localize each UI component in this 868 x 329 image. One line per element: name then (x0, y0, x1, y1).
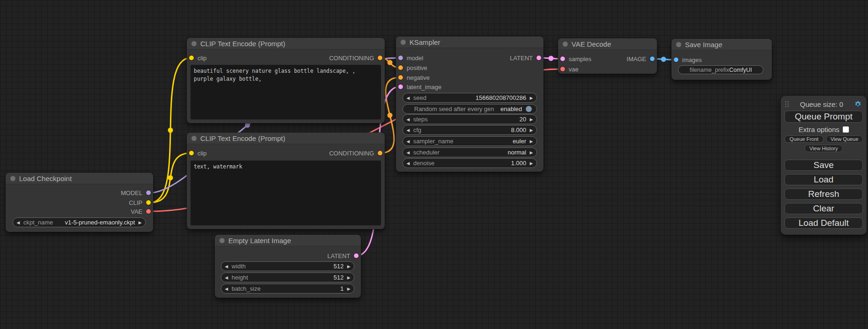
positive-input-dot[interactable] (398, 65, 403, 70)
output-slot-conditioning[interactable]: CONDITIONING (329, 149, 382, 157)
node-collapse-dot[interactable] (676, 42, 681, 47)
node-clip-text-encode-negative[interactable]: CLIP Text Encode (Prompt) clip CONDITION… (187, 133, 385, 229)
combo-left-arrow-icon[interactable]: ◀ (13, 220, 23, 225)
input-slot-model[interactable]: model (398, 54, 423, 62)
output-slot-vae[interactable]: VAE (131, 207, 151, 216)
queue-front-button[interactable]: Queue Front (784, 135, 824, 143)
latent-output-dot[interactable] (354, 253, 359, 258)
stepper-left-arrow-icon[interactable]: ◀ (403, 117, 413, 122)
filename-prefix-field[interactable]: filename_prefix ComfyUI (678, 65, 763, 74)
node-load-checkpoint[interactable]: Load Checkpoint MODEL CLIP VAE ◀ ckpt_na… (6, 173, 153, 232)
stepper-right-arrow-icon[interactable]: ▶ (344, 275, 354, 280)
output-slot-conditioning[interactable]: CONDITIONING (329, 54, 382, 62)
input-slot-negative[interactable]: negative (398, 73, 430, 82)
stepper-right-arrow-icon[interactable]: ▶ (526, 96, 536, 100)
node-title-bar[interactable]: CLIP Text Encode (Prompt) (187, 38, 385, 49)
load-button[interactable]: Load (784, 174, 863, 185)
denoise-stepper[interactable]: ◀ denoise 1.000 ▶ (402, 158, 537, 168)
node-collapse-dot[interactable] (219, 238, 225, 243)
settings-gear-icon[interactable] (854, 100, 862, 108)
batch-size-stepper[interactable]: ◀ batch_size 1 ▶ (221, 284, 354, 294)
node-empty-latent-image[interactable]: Empty Latent Image LATENT ◀ width 512 ▶ … (215, 235, 361, 298)
node-vae-decode[interactable]: VAE Decode samples vae IMAGE (558, 38, 657, 74)
width-stepper[interactable]: ◀ width 512 ▶ (221, 261, 354, 271)
node-collapse-dot[interactable] (10, 176, 15, 181)
sampler-name-combo[interactable]: ◀ sampler_name euler ▶ (402, 136, 537, 146)
images-input-dot[interactable] (674, 57, 678, 62)
stepper-left-arrow-icon[interactable]: ◀ (403, 128, 413, 133)
input-slot-latent-image[interactable]: latent_image (398, 83, 441, 91)
latent-output-dot[interactable] (536, 56, 541, 60)
stepper-right-arrow-icon[interactable]: ▶ (344, 287, 354, 291)
input-slot-clip[interactable]: clip (189, 54, 207, 62)
view-history-button[interactable]: View History (804, 145, 843, 152)
combo-left-arrow-icon[interactable]: ◀ (403, 150, 413, 155)
combo-right-arrow-icon[interactable]: ▶ (526, 150, 536, 155)
vae-output-dot[interactable] (146, 209, 151, 214)
positive-prompt-textarea[interactable]: beautiful scenery nature glass bottle la… (191, 65, 381, 119)
random-seed-toggle-row[interactable]: Random seed after every gen enabled (402, 104, 537, 114)
queue-prompt-button[interactable]: Queue Prompt (784, 111, 863, 123)
node-title-bar[interactable]: KSampler (396, 36, 543, 48)
clip-input-dot[interactable] (189, 56, 194, 60)
node-ksampler[interactable]: KSampler model positive negative latent_… (396, 36, 543, 172)
output-slot-latent[interactable]: LATENT (327, 252, 359, 260)
random-seed-toggle-knob[interactable] (526, 106, 532, 112)
negative-prompt-textarea[interactable]: text, watermark (191, 161, 381, 225)
stepper-right-arrow-icon[interactable]: ▶ (526, 161, 536, 166)
clear-button[interactable]: Clear (784, 203, 863, 214)
node-collapse-dot[interactable] (191, 41, 197, 46)
stepper-left-arrow-icon[interactable]: ◀ (403, 96, 413, 100)
input-slot-positive[interactable]: positive (398, 63, 427, 72)
latent-image-input-dot[interactable] (398, 84, 403, 89)
samples-input-dot[interactable] (560, 56, 565, 61)
stepper-right-arrow-icon[interactable]: ▶ (526, 117, 536, 122)
ckpt-name-combo[interactable]: ◀ ckpt_name v1-5-pruned-emaonly.ckpt ▶ (13, 217, 146, 227)
vae-input-dot[interactable] (560, 67, 565, 71)
node-title-bar[interactable]: VAE Decode (558, 38, 657, 50)
input-slot-images[interactable]: images (674, 56, 702, 64)
height-stepper[interactable]: ◀ height 512 ▶ (221, 273, 354, 282)
input-slot-vae[interactable]: vae (560, 65, 579, 73)
model-input-dot[interactable] (398, 56, 403, 60)
seed-stepper[interactable]: ◀ seed 156680208700286 ▶ (402, 93, 537, 103)
negative-input-dot[interactable] (398, 75, 403, 80)
save-button[interactable]: Save (784, 160, 863, 171)
model-output-dot[interactable] (146, 190, 151, 195)
stepper-left-arrow-icon[interactable]: ◀ (403, 161, 413, 166)
clip-input-dot[interactable] (189, 151, 194, 155)
stepper-left-arrow-icon[interactable]: ◀ (221, 275, 232, 280)
combo-right-arrow-icon[interactable]: ▶ (135, 220, 145, 225)
node-collapse-dot[interactable] (401, 40, 406, 45)
image-output-dot[interactable] (650, 56, 655, 61)
refresh-button[interactable]: Refresh (784, 189, 863, 200)
scheduler-combo[interactable]: ◀ scheduler normal ▶ (402, 147, 537, 157)
node-title-bar[interactable]: Empty Latent Image (215, 235, 361, 246)
node-title-bar[interactable]: Load Checkpoint (6, 173, 153, 184)
view-queue-button[interactable]: View Queue (826, 135, 863, 143)
extra-options-checkbox[interactable] (843, 126, 849, 133)
clip-output-dot[interactable] (146, 200, 151, 205)
output-slot-model[interactable]: MODEL (121, 189, 151, 197)
output-slot-clip[interactable]: CLIP (129, 198, 151, 207)
node-title-bar[interactable]: Save Image (671, 39, 772, 50)
stepper-left-arrow-icon[interactable]: ◀ (221, 264, 232, 269)
input-slot-samples[interactable]: samples (560, 55, 591, 63)
steps-stepper[interactable]: ◀ steps 20 ▶ (402, 114, 537, 124)
input-slot-clip[interactable]: clip (189, 149, 207, 157)
node-collapse-dot[interactable] (191, 136, 197, 141)
node-title-bar[interactable]: CLIP Text Encode (Prompt) (187, 133, 385, 144)
conditioning-output-dot[interactable] (378, 56, 382, 60)
combo-right-arrow-icon[interactable]: ▶ (526, 139, 536, 144)
node-clip-text-encode-positive[interactable]: CLIP Text Encode (Prompt) clip CONDITION… (187, 38, 385, 123)
output-slot-latent[interactable]: LATENT (510, 54, 541, 62)
node-save-image[interactable]: Save Image images filename_prefix ComfyU… (671, 39, 772, 80)
stepper-right-arrow-icon[interactable]: ▶ (344, 264, 354, 269)
load-default-button[interactable]: Load Default (784, 217, 863, 229)
panel-drag-handle-icon[interactable] (785, 101, 789, 107)
node-graph-canvas[interactable]: Load Checkpoint MODEL CLIP VAE ◀ ckpt_na… (0, 0, 868, 329)
cfg-stepper[interactable]: ◀ cfg 8.000 ▶ (402, 125, 537, 135)
conditioning-output-dot[interactable] (378, 151, 382, 155)
stepper-right-arrow-icon[interactable]: ▶ (526, 128, 536, 133)
output-slot-image[interactable]: IMAGE (627, 55, 655, 63)
